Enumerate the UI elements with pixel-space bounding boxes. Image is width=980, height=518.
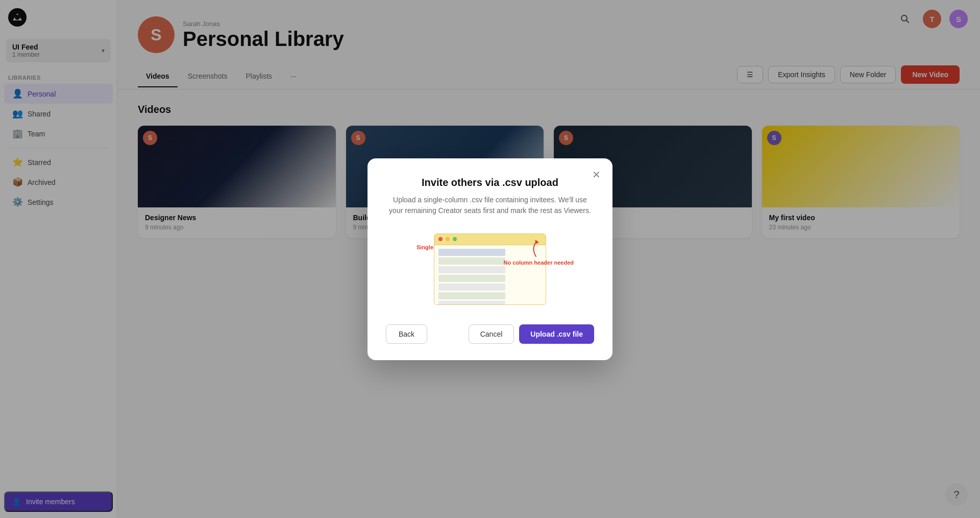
back-label: Back [399, 330, 414, 338]
modal-right-actions: Cancel Upload .csv file [469, 324, 594, 344]
close-icon: ✕ [592, 169, 601, 181]
modal-description: Upload a single-column .csv file contain… [386, 195, 594, 216]
csv-row-5 [438, 284, 505, 291]
upload-csv-button[interactable]: Upload .csv file [519, 324, 594, 344]
csv-row-3 [438, 266, 505, 273]
cancel-label: Cancel [480, 330, 503, 338]
modal-overlay[interactable]: ✕ Invite others via .csv upload Upload a… [0, 0, 980, 518]
modal-close-button[interactable]: ✕ [588, 167, 604, 183]
cancel-button[interactable]: Cancel [469, 324, 514, 344]
csv-illustration: Single-Column, Emails only [386, 228, 594, 310]
csv-row-6 [438, 292, 505, 299]
csv-row-7 [438, 301, 505, 305]
modal-title: Invite others via .csv upload [386, 177, 594, 189]
arrow-right-svg [526, 239, 551, 259]
upload-csv-label: Upload .csv file [530, 330, 583, 338]
modal-actions: Back Cancel Upload .csv file [386, 324, 594, 344]
csv-row-4 [438, 275, 505, 282]
no-header-label: No column header needed [503, 259, 574, 266]
csv-row-2 [438, 257, 505, 265]
dot-yellow [446, 237, 450, 241]
dot-green [453, 237, 457, 241]
arrow-right-annotation: No column header needed [503, 239, 574, 266]
back-button[interactable]: Back [386, 324, 427, 344]
invite-csv-modal: ✕ Invite others via .csv upload Upload a… [368, 158, 612, 360]
dot-red [438, 237, 443, 241]
csv-row-1 [438, 249, 505, 256]
